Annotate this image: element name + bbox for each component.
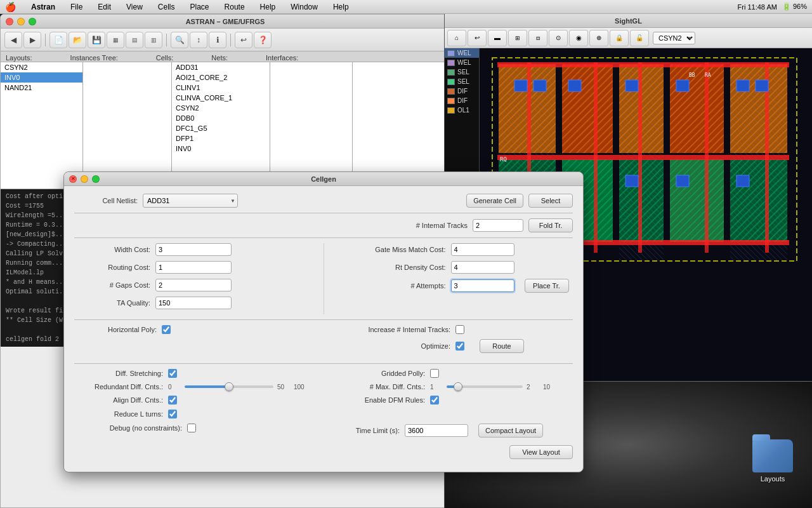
sg-btn-unlock[interactable]: 🔓 — [630, 30, 649, 46]
dialog-maximize-btn[interactable] — [92, 175, 100, 183]
menu-help2[interactable]: Help — [331, 1, 351, 13]
toolbar-chip2[interactable]: ▤ — [126, 32, 143, 48]
cell-add31[interactable]: ADD31 — [172, 62, 270, 72]
layer-ol1[interactable]: OL1 — [445, 105, 479, 115]
gate-miss-input[interactable] — [451, 243, 514, 256]
width-cost-input[interactable] — [155, 243, 232, 256]
max-diff-thumb[interactable] — [454, 382, 462, 391]
toolbar-undo[interactable]: ↩ — [235, 32, 252, 48]
diff-stretching-label: Diff. Stretching: — [74, 370, 163, 377]
cell-dfc1[interactable]: DFC1_G5 — [172, 123, 270, 133]
layer-sel-1[interactable]: SEL — [445, 67, 479, 77]
menu-help1[interactable]: Help — [258, 1, 278, 13]
close-btn[interactable] — [6, 18, 13, 25]
sg-btn-4[interactable]: ⊞ — [508, 30, 527, 46]
debug-checkbox[interactable] — [187, 424, 196, 432]
gaps-cost-input[interactable] — [155, 279, 232, 291]
toolbar-chip1[interactable]: ▦ — [107, 32, 124, 48]
generate-cell-button[interactable]: Generate Cell — [466, 194, 523, 208]
cell-inv0[interactable]: INV0 — [172, 144, 270, 154]
menu-appname[interactable]: Astran — [29, 1, 58, 13]
ta-quality-input[interactable] — [155, 297, 232, 309]
align-diff-checkbox[interactable] — [168, 396, 177, 404]
select-button[interactable]: Select — [528, 194, 573, 208]
routing-cost-label: Routing Cost: — [74, 264, 150, 271]
max-diff-slider[interactable] — [447, 385, 523, 388]
layer-sel-2[interactable]: SEL — [445, 77, 479, 86]
time-limit-input[interactable] — [405, 424, 468, 437]
cell-dfp1[interactable]: DFP1 — [172, 133, 270, 144]
enable-dfm-checkbox[interactable] — [430, 396, 439, 404]
cell-ddb0[interactable]: DDB0 — [172, 113, 270, 123]
menu-view[interactable]: View — [124, 1, 145, 13]
cell-clinva[interactable]: CLINVA_CORE_1 — [172, 93, 270, 103]
toolbar-move[interactable]: ↕ — [190, 32, 207, 48]
horiz-poly-checkbox[interactable] — [162, 325, 171, 334]
toolbar-info[interactable]: ℹ — [209, 32, 226, 48]
layer-select[interactable]: CSYN2 — [653, 32, 695, 44]
menu-edit[interactable]: Edit — [95, 1, 114, 13]
maximize-btn[interactable] — [29, 18, 36, 25]
increase-tracks-checkbox[interactable] — [455, 325, 464, 334]
redundant-thumb[interactable] — [225, 382, 233, 391]
diff-stretching-checkbox[interactable] — [168, 369, 177, 378]
sg-btn-6[interactable]: ⊙ — [549, 30, 568, 46]
menu-cells[interactable]: Cells — [155, 1, 178, 13]
view-layout-button[interactable]: View Layout — [509, 445, 573, 459]
layout-item-inv0[interactable]: INV0 — [1, 72, 82, 83]
route-button[interactable]: Route — [480, 339, 524, 353]
sg-btn-8[interactable]: ⊕ — [589, 30, 608, 46]
toolbar-sep3 — [230, 34, 231, 46]
layer-wel-1[interactable]: WEL — [445, 48, 479, 58]
ta-quality-row: TA Quality: — [74, 297, 316, 309]
rt-density-input[interactable] — [451, 261, 514, 274]
redundant-slider[interactable] — [185, 385, 273, 388]
menu-file[interactable]: File — [68, 1, 85, 13]
layer-select-wrapper[interactable]: CSYN2 — [650, 32, 695, 44]
place-tr-button[interactable]: Place Tr. — [525, 279, 569, 293]
toolbar-help[interactable]: ❓ — [254, 32, 272, 48]
layouts-folder-icon[interactable]: Layouts — [752, 439, 793, 483]
optimize-checkbox[interactable] — [455, 342, 464, 351]
sg-btn-2[interactable]: ↩ — [468, 30, 487, 46]
minimize-btn[interactable] — [17, 18, 25, 25]
toolbar-zoom[interactable]: 🔍 — [171, 32, 188, 48]
toolbar-new[interactable]: 📄 — [49, 32, 67, 48]
layout-item-nand21[interactable]: NAND21 — [1, 83, 82, 93]
layer-wel-2[interactable]: WEL — [445, 58, 479, 67]
menu-route[interactable]: Route — [222, 1, 247, 13]
compact-layout-button[interactable]: Compact Layout — [478, 424, 543, 438]
layer-dif-1[interactable]: DIF — [445, 86, 479, 96]
menu-window[interactable]: Window — [288, 1, 320, 13]
layer-dif-2[interactable]: DIF — [445, 96, 479, 105]
dialog-close-btn[interactable]: ✕ — [69, 175, 77, 183]
reduce-l-checkbox[interactable] — [168, 410, 177, 418]
attempts-input[interactable] — [451, 279, 514, 292]
svg-rect-38 — [568, 80, 581, 91]
routing-cost-input[interactable] — [155, 261, 232, 274]
layout-item-csyn2[interactable]: CSYN2 — [1, 62, 82, 72]
sg-btn-5[interactable]: ⧈ — [528, 30, 547, 46]
instances-panel — [83, 62, 172, 189]
cell-netlist-select[interactable]: ADD31 — [143, 194, 238, 208]
menu-place[interactable]: Place — [188, 1, 212, 13]
dialog-minimize-btn[interactable] — [81, 175, 88, 183]
toolbar-chip3[interactable]: ▥ — [145, 32, 162, 48]
cell-csyn2[interactable]: CSYN2 — [172, 103, 270, 113]
toolbar-fwd[interactable]: ▶ — [23, 32, 41, 48]
cell-netlist-wrapper[interactable]: ADD31 — [143, 194, 238, 208]
cell-clinv1[interactable]: CLINV1 — [172, 83, 270, 93]
sg-btn-7[interactable]: ◉ — [569, 30, 588, 46]
fold-tr-button[interactable]: Fold Tr. — [528, 218, 573, 232]
astran-titlebar: ASTRAN – GME/UFRGS — [1, 15, 450, 29]
sg-btn-1[interactable]: ⌂ — [447, 30, 466, 46]
toolbar-back[interactable]: ◀ — [4, 32, 22, 48]
sg-btn-lock[interactable]: 🔒 — [610, 30, 629, 46]
sg-btn-3[interactable]: ▬ — [488, 30, 507, 46]
apple-icon[interactable]: 🍎 — [5, 2, 16, 12]
toolbar-open[interactable]: 📂 — [69, 32, 86, 48]
cell-aoi21[interactable]: AOI21_CORE_2 — [172, 72, 270, 83]
internal-tracks-input[interactable] — [473, 219, 523, 232]
gridded-poly-checkbox[interactable] — [430, 369, 439, 378]
toolbar-save[interactable]: 💾 — [88, 32, 105, 48]
